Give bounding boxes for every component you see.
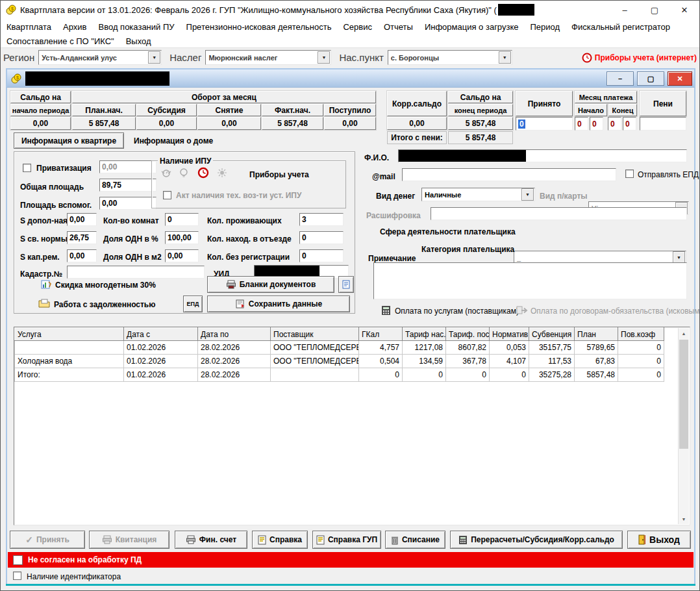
korr-saldo-header: Корр.сальдо [387,91,447,116]
peni-input[interactable] [640,117,686,131]
ipu-act-checkbox [163,191,171,199]
pay-services-link[interactable]: Оплата по услугам (поставщикам) [395,307,519,316]
rooms-label: Кол-во комнат [103,216,159,225]
send-epd-checkbox[interactable] [625,170,634,178]
inner-maximize-button[interactable]: ▢ [637,71,664,86]
fio-field[interactable] [398,149,687,162]
menu-period[interactable]: Период [524,20,566,34]
meters-clock-icon [582,53,592,63]
noreg-field[interactable]: 0 [299,249,344,262]
tab-house-info[interactable]: Информация о доме [134,136,213,145]
month-end-2-input[interactable]: 0 [623,117,636,131]
document-blanks-button[interactable]: Бланки документов [207,276,334,293]
menu-vyhod[interactable]: Выход [120,34,157,48]
away-field[interactable]: 0 [299,231,344,244]
close-button[interactable]: ✕ [669,1,699,19]
exit-button[interactable]: Выход [627,531,691,549]
maximize-button[interactable]: ▢ [640,1,669,19]
menu-otchety[interactable]: Отчеты [378,20,419,34]
nasleg-combobox[interactable]: Мюрюнский наслег ▼ [205,50,331,65]
menu-sopostavlenie[interactable]: Сопоставление с ПО "ИКС" [1,34,120,48]
prinyato-input[interactable]: 0 [516,117,573,131]
scroll-up-icon[interactable]: ▲ [679,328,689,338]
epd-button[interactable]: ЕПД [183,296,203,312]
col-subvenciya[interactable]: Субвенция [529,328,575,341]
inner-window-bottom-edge [6,584,695,586]
col-plan[interactable]: План [575,328,618,341]
odn-m2-field[interactable]: 0,00 [165,249,199,262]
spisanie-button[interactable]: Списание [385,531,445,549]
inner-window-titlebar[interactable]: $ [6,68,695,88]
debt-work-link[interactable]: Работа с задолженностью [54,300,155,309]
region-combo-arrow-icon[interactable]: ▼ [148,51,160,64]
month-start-1-input[interactable]: 0 [575,117,588,131]
col-gkal[interactable]: ГКал [359,328,403,341]
discount-link[interactable]: Скидка многодетным 30% [55,281,156,290]
total-area-field[interactable]: 89,75 [99,179,156,192]
tab-apartment-info[interactable]: Информация о квартире [14,132,124,149]
grid-vscrollbar[interactable]: ▲ ▼ [678,328,689,524]
col-tarif-post[interactable]: Тариф. пост [446,328,490,341]
col-postavshik[interactable]: Поставщик [271,328,359,341]
menu-vvod-pu[interactable]: Ввод показаний ПУ [93,20,181,34]
col-usluga[interactable]: Услуга [15,328,124,341]
scroll-down-icon[interactable]: ▼ [679,514,689,524]
kadastr-field[interactable] [67,266,205,279]
privatization-checkbox[interactable] [23,164,31,172]
residents-field[interactable]: 3 [299,213,344,226]
col-pov-koef[interactable]: Пов.коэф [618,328,664,341]
spravka-button[interactable]: Справка [252,531,308,549]
s-kap-field[interactable]: 0,00 [67,249,97,262]
menu-servis[interactable]: Сервис [337,20,378,34]
identifier-checkbox[interactable] [13,572,21,580]
recalc-button[interactable]: Перерасчеты/Субсидия/Корр.сальдо [450,531,623,549]
cell-service-selected[interactable]: Отопление на норму [15,341,124,355]
nasleg-combo-arrow-icon[interactable]: ▼ [318,51,330,64]
naspunkt-combobox[interactable]: с. Борогонцы ▼ [388,50,512,65]
s-dop-field[interactable]: 0,00 [67,213,97,226]
menu-arhiv[interactable]: Архив [57,20,92,34]
menu-fiskalny[interactable]: Фискальный регистратор [566,20,676,34]
meters-internet-link[interactable]: Приборы учета (интернет) [595,53,697,62]
document-preview-button[interactable] [338,276,354,293]
menu-kvartplata[interactable]: Квартплата [1,20,57,34]
col-data-s[interactable]: Дата с [124,328,198,341]
inner-minimize-button[interactable]: – [606,71,634,86]
plan-nach-value: 5 857,48 [72,117,136,130]
pd-consent-checkbox[interactable] [13,555,23,565]
note-textarea[interactable] [373,262,687,299]
month-end-1-input[interactable]: 0 [608,117,621,131]
pd-consent-bar: Не согласен на обработку ПД [8,552,694,568]
money-type-combo-arrow-icon[interactable]: ▼ [521,188,534,201]
odn-pct-label: Доля ОДН в % [103,234,158,244]
aux-area-field[interactable]: 0,00 [99,197,156,210]
table-row-cold-water[interactable]: Холодная вода 01.02.2026 28.02.2026 ООО … [15,355,664,368]
grid-header-row: Услуга Дата с Дата по Поставщик ГКал Тар… [15,328,664,341]
spravka-gup-button[interactable]: Справка ГУП [312,531,381,549]
inner-close-button[interactable]: ✕ [668,71,692,86]
fin-account-button[interactable]: Фин. счет [175,531,247,549]
spravka-doc-icon [258,535,266,545]
minimize-button[interactable]: – [610,1,640,19]
svg-text:$: $ [11,6,14,11]
save-data-button[interactable]: Сохранить данные [207,296,350,312]
accept-button[interactable]: ✓ Принять [10,531,85,549]
odn-pct-field[interactable]: 100,00 [165,231,199,244]
money-type-combobox[interactable]: Наличные ▼ [421,188,535,201]
scroll-thumb[interactable] [679,340,688,449]
rooms-field[interactable]: 0 [165,213,199,226]
receipt-button[interactable]: Квитанция [89,531,169,549]
table-row-total[interactable]: Итого: 01.02.2026 28.02.2026 0 0 0 0 352… [15,368,664,382]
col-data-po[interactable]: Дата по [198,328,271,341]
menu-pretenzii[interactable]: Претензионно-исковая деятельность [181,20,338,34]
col-normativ[interactable]: Норматив [490,328,529,341]
s-norm-field[interactable]: 26,75 [67,231,97,244]
col-tarif-nas[interactable]: Тариф нас. [403,328,446,341]
email-field[interactable] [402,168,616,181]
region-combobox[interactable]: Усть-Алданский улус ▼ [38,50,162,65]
naspunkt-combo-arrow-icon[interactable]: ▼ [499,51,511,64]
table-row-heating[interactable]: Отопление на норму 01.02.2026 28.02.2026… [15,341,664,355]
nasleg-value: Мюрюнский наслег [206,54,318,62]
menu-info-zagruzka[interactable]: Информация о загрузке [419,20,525,34]
month-start-2-input[interactable]: 0 [590,117,603,131]
